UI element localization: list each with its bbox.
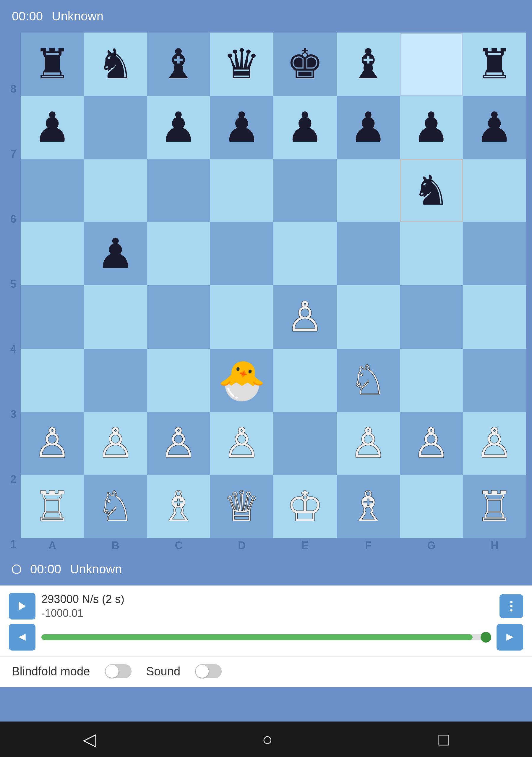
piece-d2[interactable]: ♙ — [223, 423, 260, 464]
recents-nav-icon[interactable]: □ — [439, 729, 449, 750]
piece-e8[interactable]: ♚ — [286, 44, 324, 85]
cell-f8[interactable]: ♝ — [337, 33, 400, 96]
piece-c2[interactable]: ♙ — [160, 423, 197, 464]
more-options-button[interactable] — [499, 594, 523, 618]
cell-d8[interactable]: ♛ — [210, 33, 273, 96]
piece-d3[interactable]: 🐣 — [218, 361, 266, 400]
piece-e7[interactable]: ♟ — [286, 107, 324, 148]
piece-c7[interactable]: ♟ — [160, 107, 197, 148]
cell-h3[interactable] — [463, 348, 526, 412]
cell-g5[interactable] — [400, 222, 463, 285]
cell-c8[interactable]: ♝ — [147, 33, 210, 96]
cell-c3[interactable] — [147, 348, 210, 412]
cell-g1[interactable] — [400, 475, 463, 538]
cell-c5[interactable] — [147, 222, 210, 285]
piece-c1[interactable]: ♗ — [160, 486, 197, 527]
progress-bar[interactable] — [42, 634, 490, 640]
cell-c2[interactable]: ♙ — [147, 412, 210, 475]
cell-b3[interactable] — [84, 348, 147, 412]
piece-h2[interactable]: ♙ — [476, 423, 513, 464]
piece-g2[interactable]: ♙ — [413, 423, 450, 464]
chess-board[interactable]: ♜♞♝♛♚♝♜♟♟♟♟♟♟♟♞♟♙🐣♘♙♙♙♙♙♙♙♖♘♗♕♔♗♖ — [21, 33, 526, 538]
cell-b2[interactable]: ♙ — [84, 412, 147, 475]
cell-e8[interactable]: ♚ — [273, 33, 337, 96]
cell-d1[interactable]: ♕ — [210, 475, 273, 538]
cell-d6[interactable] — [210, 159, 273, 222]
cell-e5[interactable] — [273, 222, 337, 285]
cell-a4[interactable] — [21, 285, 84, 348]
cell-g4[interactable] — [400, 285, 463, 348]
piece-f7[interactable]: ♟ — [350, 107, 387, 148]
cell-f2[interactable]: ♙ — [337, 412, 400, 475]
cell-a5[interactable] — [21, 222, 84, 285]
cell-d5[interactable] — [210, 222, 273, 285]
piece-h7[interactable]: ♟ — [476, 107, 513, 148]
cell-h4[interactable] — [463, 285, 526, 348]
piece-e4[interactable]: ♙ — [286, 296, 324, 338]
cell-g3[interactable] — [400, 348, 463, 412]
piece-a8[interactable]: ♜ — [34, 44, 71, 85]
cell-f3[interactable]: ♘ — [337, 348, 400, 412]
cell-d3[interactable]: 🐣 — [210, 348, 273, 412]
cell-a6[interactable] — [21, 159, 84, 222]
cell-e2[interactable] — [273, 412, 337, 475]
piece-f2[interactable]: ♙ — [350, 423, 387, 464]
piece-f1[interactable]: ♗ — [350, 486, 387, 527]
piece-a1[interactable]: ♖ — [34, 486, 71, 527]
piece-e1[interactable]: ♔ — [286, 486, 324, 527]
cell-e1[interactable]: ♔ — [273, 475, 337, 538]
cell-a1[interactable]: ♖ — [21, 475, 84, 538]
cell-e4[interactable]: ♙ — [273, 285, 337, 348]
cell-g2[interactable]: ♙ — [400, 412, 463, 475]
blindfold-toggle[interactable] — [105, 664, 132, 678]
piece-g7[interactable]: ♟ — [413, 107, 450, 148]
piece-b1[interactable]: ♘ — [97, 486, 134, 527]
cell-e3[interactable] — [273, 348, 337, 412]
cell-e7[interactable]: ♟ — [273, 96, 337, 159]
cell-f5[interactable] — [337, 222, 400, 285]
piece-f3[interactable]: ♘ — [350, 360, 387, 401]
piece-a7[interactable]: ♟ — [34, 107, 71, 148]
cell-b8[interactable]: ♞ — [84, 33, 147, 96]
cell-h8[interactable]: ♜ — [463, 33, 526, 96]
cell-c7[interactable]: ♟ — [147, 96, 210, 159]
sound-toggle[interactable] — [195, 664, 222, 678]
piece-d7[interactable]: ♟ — [223, 107, 260, 148]
cell-b1[interactable]: ♘ — [84, 475, 147, 538]
cell-c1[interactable]: ♗ — [147, 475, 210, 538]
piece-g6[interactable]: ♞ — [413, 170, 450, 211]
piece-f8[interactable]: ♝ — [350, 44, 387, 85]
cell-g6[interactable]: ♞ — [400, 159, 463, 222]
cell-c4[interactable] — [147, 285, 210, 348]
cell-a2[interactable]: ♙ — [21, 412, 84, 475]
piece-h1[interactable]: ♖ — [476, 486, 513, 527]
cell-h7[interactable]: ♟ — [463, 96, 526, 159]
cell-h6[interactable] — [463, 159, 526, 222]
cell-c6[interactable] — [147, 159, 210, 222]
cell-f1[interactable]: ♗ — [337, 475, 400, 538]
cell-b4[interactable] — [84, 285, 147, 348]
cell-b7[interactable] — [84, 96, 147, 159]
cell-d7[interactable]: ♟ — [210, 96, 273, 159]
cell-d4[interactable] — [210, 285, 273, 348]
next-button[interactable] — [496, 624, 523, 651]
cell-b6[interactable] — [84, 159, 147, 222]
piece-d8[interactable]: ♛ — [223, 44, 260, 85]
home-nav-icon[interactable]: ○ — [262, 729, 273, 750]
cell-h5[interactable] — [463, 222, 526, 285]
cell-g7[interactable]: ♟ — [400, 96, 463, 159]
piece-b8[interactable]: ♞ — [97, 44, 134, 85]
cell-h1[interactable]: ♖ — [463, 475, 526, 538]
piece-b5[interactable]: ♟ — [97, 233, 134, 274]
play-button[interactable] — [9, 593, 36, 620]
cell-b5[interactable]: ♟ — [84, 222, 147, 285]
cell-e6[interactable] — [273, 159, 337, 222]
prev-button[interactable] — [9, 624, 36, 651]
cell-f6[interactable] — [337, 159, 400, 222]
cell-d2[interactable]: ♙ — [210, 412, 273, 475]
cell-h2[interactable]: ♙ — [463, 412, 526, 475]
piece-c8[interactable]: ♝ — [160, 44, 197, 85]
cell-a3[interactable] — [21, 348, 84, 412]
back-nav-icon[interactable]: ◁ — [83, 729, 96, 750]
cell-g8[interactable] — [400, 33, 463, 96]
